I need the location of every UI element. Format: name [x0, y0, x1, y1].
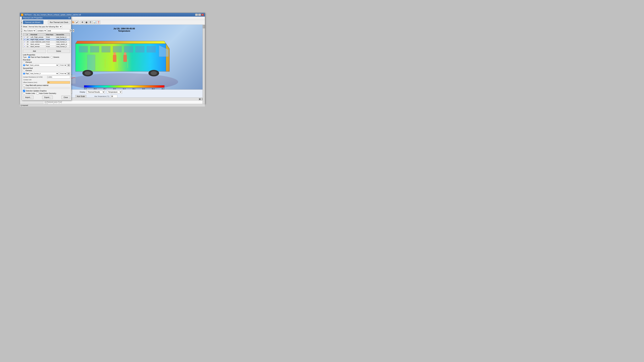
first-end-select[interactable]: Back_woman — [29, 64, 59, 67]
offset-distance-input[interactable] — [47, 81, 70, 84]
col-first-end[interactable]: First End — [30, 33, 46, 36]
timestamp-date: Jul 20, 1984 09:45:00 — [113, 27, 135, 30]
svg-rect-7 — [147, 46, 156, 52]
first-end-49: Lower Abdomen_woman — [30, 41, 46, 43]
display-select[interactable]: Thermal Results — [86, 90, 105, 94]
table-row[interactable]: ✓ 49 Lower Abdomen_woman Front Seat_huma… — [23, 41, 70, 43]
check-48[interactable]: ✓ — [23, 38, 26, 41]
condition-select[interactable]: contains — [36, 29, 46, 32]
settings-button[interactable]: ⚙ — [80, 20, 84, 24]
second-end-part-label[interactable]: Part — [23, 72, 29, 75]
col-first-face[interactable]: First Face — [46, 33, 56, 36]
color-scale-bar — [84, 85, 164, 88]
action-buttons: Import... Export... Close — [23, 95, 70, 99]
second-end-pick-btn[interactable]: ⊕ — [68, 72, 70, 75]
second-end-label: Second End — [23, 67, 70, 69]
chart-button[interactable]: 📊 — [92, 20, 96, 24]
status-text: Q Imposed — [20, 104, 28, 106]
timestamp-subtitle: Temperature — [113, 30, 135, 32]
color-button[interactable]: 🖌 — [75, 20, 79, 24]
viewport-scrollbar[interactable] — [202, 25, 205, 104]
type-face-to-face-radio[interactable] — [28, 56, 30, 58]
first-end-element-label[interactable]: Element — [23, 61, 32, 63]
table-button[interactable]: ▦ — [84, 20, 88, 24]
table-row[interactable]: ✓ 48 Right Thigh_woman Front Seat_human_… — [23, 38, 70, 41]
help-button[interactable]: ❓ — [96, 20, 100, 24]
second-end-element-label[interactable]: Element — [23, 69, 32, 72]
run-check-button[interactable]: Run Thermal Link Check — [48, 20, 70, 24]
offset-distance-label: Offset Distance (mm) — [23, 82, 46, 83]
first-end-part-label[interactable]: Part — [23, 64, 29, 66]
second-end-element-row: Element — [23, 69, 70, 72]
dialog-close-button[interactable]: ✕ — [68, 17, 70, 19]
second-end-face-select[interactable]: Front — [59, 72, 67, 75]
filter-refresh-btn[interactable]: ↻ — [70, 29, 72, 32]
first-face-49: Front — [46, 41, 56, 43]
materials-button[interactable]: 🎨 — [71, 20, 75, 24]
messages-expand-btn[interactable]: ⊞ — [199, 98, 201, 100]
check-47[interactable]: ✓ — [23, 36, 26, 38]
auto-center-checkbox[interactable] — [36, 92, 39, 94]
column-select[interactable]: Any Column — [23, 29, 36, 32]
contact-resistance-input[interactable] — [47, 76, 70, 78]
scroll-thumb[interactable] — [203, 25, 205, 28]
close-button[interactable]: ✕ — [201, 13, 204, 16]
num-51: 51 — [26, 45, 30, 48]
contact-resistance-label: Contact Resistance (m²·K/W) — [23, 76, 46, 78]
close-dialog-button[interactable]: Close — [61, 95, 70, 99]
second-end-select[interactable]: Seat_human_6 — [29, 72, 59, 75]
second-end-group: Second End Element Part Seat_human_6 Fro… — [23, 67, 70, 75]
col-num[interactable]: # — [26, 33, 30, 36]
minimize-button[interactable]: ─ — [195, 13, 198, 16]
export-button[interactable]: Export... — [42, 95, 53, 99]
filter-row: Show thermal links that pass the followi… — [23, 25, 70, 28]
show-select[interactable]: thermal links that pass the following fi… — [28, 25, 62, 28]
table-row[interactable]: ✓ 47 Left_Thigh_woman Front seat_human_6 — [23, 36, 70, 38]
add-button[interactable]: Add — [23, 49, 46, 53]
gap-filled-checkbox[interactable] — [23, 84, 25, 86]
auto-scale-button[interactable]: Auto Scale — [75, 95, 86, 98]
delete-button[interactable]: Delete — [47, 49, 70, 53]
first-end-element-radio[interactable] — [23, 61, 25, 63]
num-48: 48 — [26, 38, 30, 41]
first-end-51: Back_woman — [30, 45, 46, 48]
first-end-part-radio[interactable] — [23, 64, 25, 66]
type-row: Type Face to Face Conduction Generic — [23, 56, 70, 58]
list-button[interactable]: ☰ — [88, 20, 92, 24]
wizard-button[interactable]: Thermal Link Wizard... — [23, 20, 44, 24]
bottom-checkboxes: Isolate Links Auto-Center Geometry — [23, 92, 70, 95]
table-row[interactable]: ✓ 51 Back_woman Front Seat_human_6 — [23, 45, 70, 48]
check-49[interactable]: ✓ — [23, 41, 26, 43]
display-sub-select[interactable]: Temperature — [107, 90, 122, 94]
check-51[interactable]: ✓ — [23, 45, 26, 48]
contact-label: Contact 100 — [23, 79, 70, 81]
status-bar: Q Imposed — [20, 104, 205, 106]
second-end-part-row: Part Seat_human_6 Front ⊕ — [23, 72, 70, 75]
table-row[interactable]: ✓ 50 Back_woman Front seats_plastic_pi — [23, 43, 70, 45]
second-end-47: seat_human_6 — [56, 36, 70, 38]
selection-updates-checkbox[interactable] — [23, 90, 25, 92]
percent-contact-label: % Contact Area (%): 100 — [24, 87, 40, 89]
import-button[interactable]: Import... — [23, 95, 34, 99]
isolate-links-checkbox[interactable] — [23, 92, 25, 94]
first-end-face-select[interactable]: Front — [59, 64, 67, 67]
first-end-pick-btn[interactable]: ⊕ — [68, 64, 70, 66]
contact-resistance-row: Contact Resistance (m²·K/W) — [23, 76, 70, 78]
first-end-48: Right Thigh_woman — [30, 38, 46, 41]
check-50[interactable]: ✓ — [23, 43, 26, 45]
isolate-links-label[interactable]: Isolate Links — [23, 92, 35, 94]
first-end-label: First End — [23, 59, 70, 61]
second-end-part-radio[interactable] — [23, 72, 25, 75]
second-end-element-radio[interactable] — [23, 69, 25, 72]
search-input[interactable] — [47, 29, 70, 32]
filter-clear-btn[interactable]: ✕ — [72, 29, 74, 32]
auto-center-label[interactable]: Auto-Center Geometry — [36, 92, 56, 94]
type-face-to-face-label[interactable]: Face to Face Conduction — [28, 56, 50, 58]
type-generic-radio[interactable] — [51, 56, 53, 58]
gap-filled-label: Gap filled with porous material — [26, 84, 48, 86]
maximize-button[interactable]: □ — [198, 13, 201, 16]
type-label: Type — [23, 56, 27, 58]
type-generic-label[interactable]: Generic — [51, 56, 59, 58]
dialog-title: Thermal Link Properties — [23, 17, 42, 19]
col-second-end[interactable]: Second En — [56, 33, 70, 36]
